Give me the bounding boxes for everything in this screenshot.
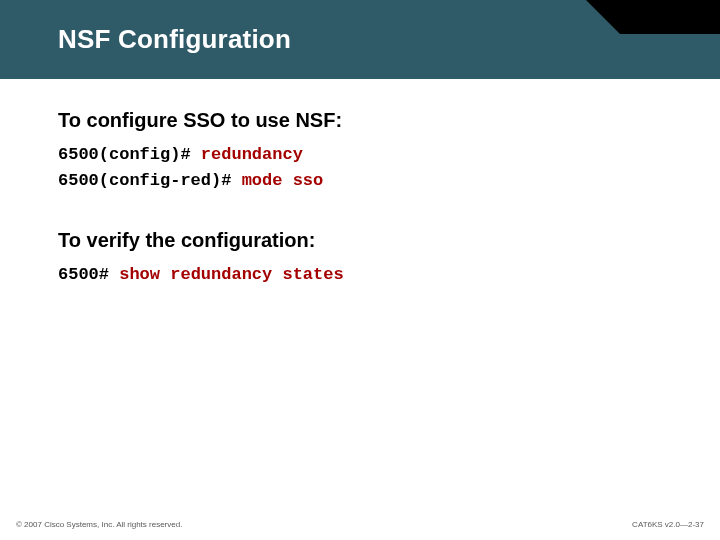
slide: NSF Configuration To configure SSO to us…: [0, 0, 720, 540]
footer-bar: © 2007 Cisco Systems, Inc. All rights re…: [0, 508, 720, 540]
section-heading-configure: To configure SSO to use NSF:: [58, 109, 662, 132]
cli-command: show redundancy states: [119, 265, 343, 284]
title-band: NSF Configuration: [0, 0, 720, 79]
cli-command: redundancy: [201, 145, 303, 164]
slide-body: To configure SSO to use NSF: 6500(config…: [0, 79, 720, 288]
cli-prompt: 6500(config-red)#: [58, 171, 242, 190]
cli-prompt: 6500(config)#: [58, 145, 201, 164]
cli-command: mode sso: [242, 171, 324, 190]
section-heading-verify: To verify the configuration:: [58, 229, 662, 252]
course-code: CAT6KS v2.0—2-37: [632, 520, 704, 529]
copyright-text: © 2007 Cisco Systems, Inc. All rights re…: [16, 520, 182, 529]
corner-decoration: [620, 0, 720, 34]
cli-line: 6500# show redundancy states: [58, 262, 662, 288]
cli-line: 6500(config)# redundancy: [58, 142, 662, 168]
cli-prompt: 6500#: [58, 265, 119, 284]
cli-line: 6500(config-red)# mode sso: [58, 168, 662, 194]
